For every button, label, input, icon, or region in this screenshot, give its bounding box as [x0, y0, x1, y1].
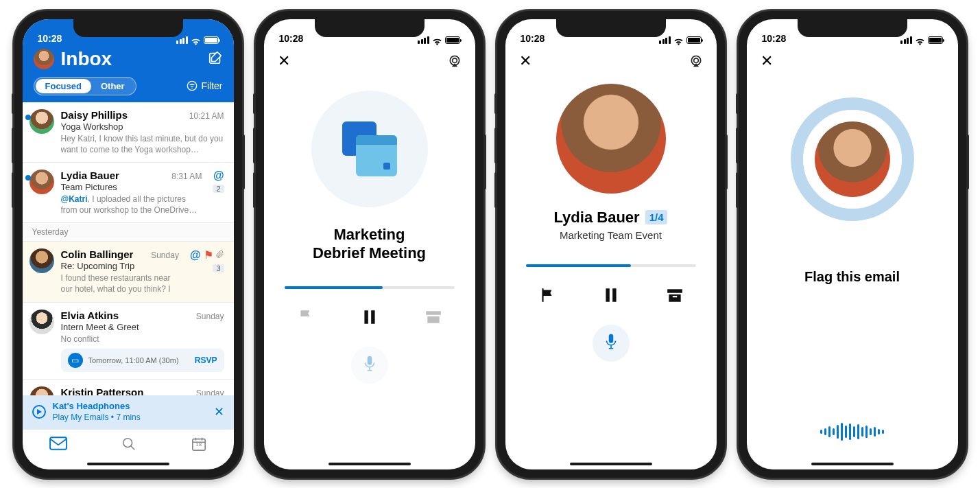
close-button[interactable]: ✕	[519, 52, 531, 70]
battery-icon	[928, 36, 943, 44]
svg-point-12	[693, 58, 698, 62]
sender-avatar	[29, 248, 54, 273]
svg-rect-18	[608, 334, 613, 342]
battery-icon	[204, 36, 219, 44]
sender-avatar	[815, 121, 890, 197]
svg-point-3	[123, 438, 132, 447]
pause-button[interactable]	[361, 308, 379, 326]
pause-button[interactable]	[602, 286, 620, 304]
play-icon[interactable]	[32, 405, 46, 419]
battery-icon	[445, 36, 460, 44]
unread-dot	[25, 115, 31, 120]
focused-other-toggle[interactable]: Focused Other	[34, 77, 136, 95]
airplay-icon[interactable]	[689, 54, 703, 68]
tab-focused[interactable]: Focused	[36, 79, 91, 93]
email-item[interactable]: Elvia AtkinsSunday Intern Meet & Greet N…	[23, 303, 234, 380]
compose-icon[interactable]	[208, 50, 223, 68]
sender-avatar	[29, 170, 54, 194]
svg-rect-2	[50, 437, 67, 449]
rsvp-card[interactable]: ▭ Tomorrow, 11:00 AM (30m) RSVP	[61, 349, 224, 372]
sender-avatar	[29, 386, 54, 395]
sender-avatar-large	[556, 84, 666, 194]
status-time: 10:28	[279, 33, 304, 44]
close-icon[interactable]: ✕	[214, 404, 224, 419]
mention-icon: @	[190, 249, 201, 262]
wifi-icon	[191, 36, 201, 44]
svg-rect-16	[669, 294, 680, 301]
close-button[interactable]: ✕	[761, 52, 773, 70]
svg-rect-17	[672, 296, 677, 297]
status-time: 10:28	[521, 33, 545, 44]
archive-button[interactable]	[666, 286, 684, 304]
meeting-illustration	[311, 91, 428, 207]
inbox-header: Inbox Focused Other Filter	[23, 47, 234, 102]
thread-count: 2	[213, 185, 224, 193]
svg-rect-10	[367, 356, 372, 364]
mention-icon: @	[213, 170, 224, 182]
wifi-icon	[915, 36, 925, 44]
email-item[interactable]: Daisy Phillips10:21 AM Yoga Workshop Hey…	[23, 102, 234, 163]
email-list[interactable]: Daisy Phillips10:21 AM Yoga Workshop Hey…	[23, 102, 234, 396]
waveform-icon	[820, 421, 884, 442]
calendar-icon: ▭	[68, 353, 83, 368]
phone-inbox: 10:28 Inbox Focused Other	[14, 11, 242, 478]
rsvp-button[interactable]: RSVP	[195, 356, 217, 365]
voice-command-text: Flag this email	[804, 269, 900, 285]
cellular-icon	[900, 36, 912, 44]
email-item[interactable]: Colin BallingerSunday Re: Upcoming Trip …	[23, 242, 234, 302]
close-button[interactable]: ✕	[278, 52, 290, 70]
email-item[interactable]: Lydia Bauer8:31 AM Team Pictures @Katri,…	[23, 163, 234, 223]
sender-avatar	[29, 310, 54, 334]
play-emails-banner[interactable]: Kat's Headphones Play My Emails • 7 mins…	[23, 395, 234, 428]
mention: @Katri	[61, 194, 88, 204]
email-subject: Marketing Team Event	[560, 229, 662, 241]
svg-rect-9	[426, 311, 441, 314]
phone-voice-command: 10:28 ✕ Flag this email	[739, 11, 966, 478]
flag-button[interactable]	[297, 308, 315, 326]
svg-rect-7	[364, 310, 368, 324]
svg-point-6	[452, 58, 457, 62]
status-time: 10:28	[762, 33, 787, 44]
phone-email-player: 10:28 ✕ Lydia Bauer 1/4 Marketing Team E…	[497, 11, 725, 478]
playback-progress[interactable]	[285, 286, 455, 289]
email-item[interactable]: Kristin PattersonSunday FW: Volunteers N…	[23, 380, 234, 395]
tab-calendar[interactable]: 18	[191, 437, 206, 454]
tab-search[interactable]	[121, 437, 136, 454]
cellular-icon	[659, 36, 671, 44]
cellular-icon	[176, 36, 188, 44]
status-time: 10:28	[38, 33, 62, 44]
playback-progress[interactable]	[526, 264, 696, 267]
airplay-icon[interactable]	[448, 54, 462, 68]
unread-dot	[25, 175, 31, 181]
attachment-icon	[216, 249, 224, 262]
flag-icon: ⚑	[204, 248, 213, 262]
flag-button[interactable]	[538, 286, 556, 304]
filter-button[interactable]: Filter	[187, 80, 222, 91]
wifi-icon	[673, 36, 684, 44]
svg-rect-14	[612, 288, 616, 302]
svg-rect-15	[667, 289, 682, 292]
battery-icon	[686, 36, 702, 44]
meeting-title: MarketingDebrief Meeting	[313, 225, 426, 263]
tab-other[interactable]: Other	[91, 79, 134, 93]
tab-mail[interactable]	[49, 437, 67, 454]
sender-avatar	[29, 109, 54, 134]
phone-meeting-player: 10:28 ✕ MarketingDebrief Meeting	[256, 11, 483, 478]
cellular-icon	[418, 36, 429, 44]
mic-button[interactable]	[593, 325, 630, 362]
listening-indicator	[791, 97, 914, 221]
page-title: Inbox	[61, 48, 201, 70]
archive-button[interactable]	[425, 308, 442, 326]
position-chip: 1/4	[645, 210, 668, 224]
calendar-icon	[342, 121, 397, 176]
wifi-icon	[432, 36, 442, 44]
svg-rect-8	[371, 310, 374, 324]
thread-count: 3	[213, 264, 224, 272]
sender-name: Lydia Bauer 1/4	[554, 209, 668, 226]
mic-button[interactable]	[351, 347, 388, 384]
date-separator: Yesterday	[23, 223, 234, 242]
profile-avatar[interactable]	[34, 49, 54, 69]
svg-rect-13	[606, 288, 609, 302]
